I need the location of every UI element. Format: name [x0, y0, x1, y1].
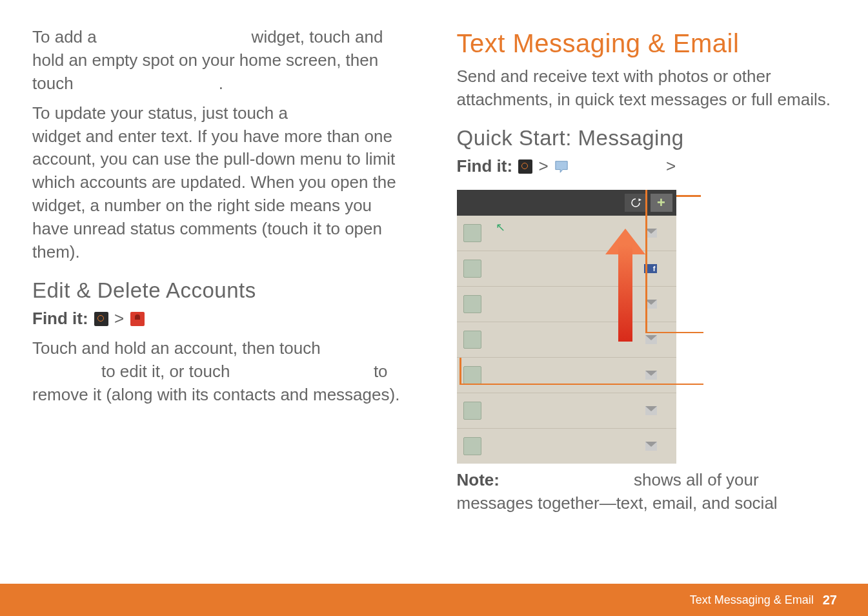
callout-line-select [459, 358, 461, 384]
find-it-label: Find it: [32, 309, 88, 328]
heading-quick-start-messaging: Quick Start: Messaging [457, 123, 836, 153]
para-update-status: To update your status, just touch a Soci… [32, 102, 412, 264]
left-column: To add a Social Networking widget, touch… [32, 26, 412, 549]
avatar-icon [463, 295, 481, 313]
page-footer: Text Messaging & Email 27 [0, 584, 868, 616]
separator-gt: > [539, 156, 549, 176]
envelope-icon [645, 371, 657, 380]
accounts-icon [130, 312, 145, 326]
social-networking-bold: Social Networking [101, 27, 247, 46]
universal-inbox-bold: Universal Inbox [504, 470, 629, 489]
note-label: Note: [457, 470, 500, 489]
footer-page-number: 27 [823, 593, 837, 608]
refresh-button[interactable] [625, 194, 647, 212]
phone-titlebar: + [457, 190, 676, 216]
message-list: ↖ f [457, 216, 676, 464]
home-icon [94, 312, 108, 326]
callout-line-type [645, 190, 647, 332]
messaging-label: Messaging [574, 156, 661, 176]
compose-button[interactable]: + [651, 194, 672, 212]
find-it-label: Find it: [457, 156, 513, 176]
para-note: Note: Universal Inbox shows all of your … [457, 469, 836, 515]
social-status-bold: Social Status [292, 103, 398, 123]
envelope-icon [645, 335, 657, 344]
avatar-icon [463, 402, 481, 420]
callout-line-type-h [645, 332, 703, 333]
find-it-accounts: Find it: > Accounts [32, 307, 412, 331]
footer-section: Text Messaging & Email [690, 593, 814, 607]
accounts-label: Accounts [150, 309, 227, 328]
universal-inbox-label: Universal Inbox [680, 156, 805, 176]
home-icon [518, 159, 532, 174]
messaging-icon [554, 157, 569, 171]
text: To add a [32, 27, 101, 46]
avatar-icon [463, 260, 481, 278]
plus-icon: + [657, 196, 665, 210]
text: widget and enter text. If you have more … [32, 127, 396, 262]
remove-account-bold: Remove account [235, 362, 369, 381]
avatar-icon [463, 366, 481, 384]
separator-gt: > [114, 309, 124, 328]
para-intro: Send and receive text with photos or oth… [457, 65, 836, 112]
callout-line-compose [676, 195, 701, 197]
text: to edit it, or touch [97, 362, 235, 381]
find-it-messaging: Find it: > Messaging > Universal Inbox [457, 155, 836, 178]
avatar-icon [463, 331, 481, 349]
heading-text-messaging-email: Text Messaging & Email [457, 26, 836, 61]
text: Touch and hold an account, then touch [32, 338, 325, 358]
para-touch-hold: Touch and hold an account, then touch Op… [32, 337, 412, 407]
text: To update your status, just touch a [32, 103, 292, 123]
motorola-widgets-bold: Motorola Widgets [78, 74, 219, 93]
envelope-icon [645, 442, 657, 451]
right-column: Text Messaging & Email Send and receive … [457, 26, 836, 549]
swipe-arrow-icon [605, 232, 644, 329]
list-item[interactable] [457, 358, 676, 393]
avatar-icon [463, 437, 481, 455]
envelope-icon [645, 406, 657, 415]
separator-gt: > [666, 156, 676, 176]
heading-edit-delete-accounts: Edit & Delete Accounts [32, 276, 412, 305]
list-item[interactable] [457, 429, 676, 464]
avatar-icon [463, 224, 481, 242]
text: . [219, 74, 223, 93]
list-item[interactable] [457, 393, 676, 429]
para-add-widget: To add a Social Networking widget, touch… [32, 26, 412, 96]
callout-line-select-h [459, 384, 703, 385]
phone-screenshot: + ↖ f [457, 190, 676, 464]
